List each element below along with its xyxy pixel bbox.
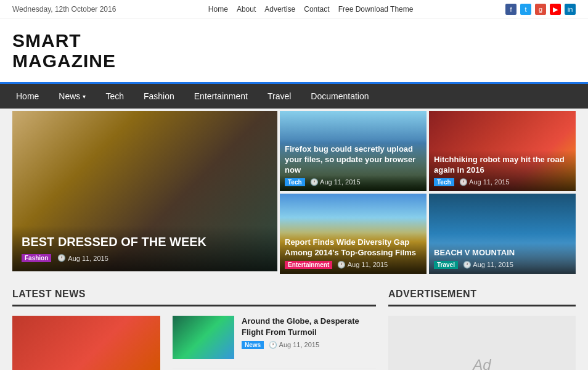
- google-plus-icon[interactable]: g: [535, 4, 546, 15]
- side-article-2[interactable]: Report Finds Wide Diversity Gap Among 20…: [280, 194, 427, 274]
- side-article-0-overlay: Firefox bug could secretly upload your f…: [280, 139, 427, 191]
- linkedin-icon[interactable]: in: [565, 4, 576, 15]
- side-article-0-date: 🕐 Aug 11, 2015: [310, 178, 361, 186]
- latest-news-articles: Around the Globe, a Desperate Flight Fro…: [173, 316, 376, 370]
- side-article-1-badge: Tech: [434, 178, 454, 186]
- side-article-3-overlay: BEACH V MOUNTAIN Travel 🕐 Aug 11, 2015: [429, 243, 576, 274]
- nav-item-travel[interactable]: Travel: [258, 84, 301, 109]
- topbar-nav: Home About Advertise Contact Free Downlo…: [208, 5, 414, 14]
- advertisement-section: ADVERTISEMENT Ad: [388, 289, 576, 370]
- latest-news-section: LATEST NEWS Around the Globe, a Desperat…: [12, 289, 376, 370]
- side-article-2-overlay: Report Finds Wide Diversity Gap Among 20…: [280, 232, 427, 274]
- side-article-1-meta: Tech 🕐 Aug 11, 2015: [434, 178, 571, 186]
- news-article-0-meta: News 🕐 Aug 11, 2015: [242, 341, 376, 349]
- clock-icon: 🕐: [57, 254, 66, 262]
- nav-item-news[interactable]: News ▾: [49, 84, 96, 109]
- side-article-2-badge: Entertainment: [285, 261, 332, 269]
- side-article-1-date: 🕐 Aug 11, 2015: [459, 178, 510, 186]
- hero-section: BEST DRESSED OF THE WEEK Fashion 🕐 Aug 1…: [0, 109, 588, 276]
- nav-item-tech[interactable]: Tech: [96, 84, 134, 109]
- facebook-icon[interactable]: f: [505, 4, 517, 15]
- hero-main-date: 🕐 Aug 11, 2015: [57, 254, 108, 262]
- logo-line1: SMART: [12, 30, 576, 51]
- bottom-section: LATEST NEWS Around the Globe, a Desperat…: [0, 276, 588, 370]
- side-article-3-meta: Travel 🕐 Aug 11, 2015: [434, 261, 571, 269]
- logo-line2: MAGAZINE: [12, 51, 576, 71]
- hero-main-title: BEST DRESSED OF THE WEEK: [22, 235, 268, 249]
- logo: SMART MAGAZINE: [12, 30, 576, 71]
- topbar-nav-download[interactable]: Free Download Theme: [338, 5, 414, 14]
- latest-news-main-image: [12, 316, 160, 370]
- nav-item-documentation[interactable]: Documentation: [301, 84, 378, 109]
- ad-label: Ad: [473, 356, 491, 370]
- news-article-0-badge: News: [242, 341, 264, 349]
- topbar-nav-about[interactable]: About: [237, 5, 256, 14]
- topbar-social: f t g ▶ in: [505, 4, 576, 15]
- side-article-0[interactable]: Firefox bug could secretly upload your f…: [280, 111, 427, 191]
- hero-main-meta: Fashion 🕐 Aug 11, 2015: [22, 254, 268, 262]
- latest-news-grid: Around the Globe, a Desperate Flight Fro…: [12, 316, 376, 370]
- topbar-date: Wednesday, 12th October 2016: [12, 5, 116, 14]
- news-article-0-content: Around the Globe, a Desperate Flight Fro…: [242, 316, 376, 359]
- side-article-2-meta: Entertainment 🕐 Aug 11, 2015: [285, 261, 422, 269]
- latest-news-title: LATEST NEWS: [12, 289, 376, 306]
- side-article-3-date: 🕐 Aug 11, 2015: [463, 261, 513, 269]
- side-article-3-title: BEACH V MOUNTAIN: [434, 248, 571, 258]
- side-article-0-title: Firefox bug could secretly upload your f…: [285, 144, 422, 176]
- side-article-0-meta: Tech 🕐 Aug 11, 2015: [285, 178, 422, 186]
- hero-main-badge: Fashion: [22, 254, 51, 262]
- side-article-1[interactable]: Hitchhiking robot may hit the road again…: [429, 111, 576, 191]
- nav-item-fashion[interactable]: Fashion: [134, 84, 184, 109]
- hero-main-article[interactable]: BEST DRESSED OF THE WEEK Fashion 🕐 Aug 1…: [12, 111, 277, 271]
- news-article-0-title: Around the Globe, a Desperate Flight Fro…: [242, 316, 376, 338]
- news-dropdown-arrow: ▾: [83, 93, 86, 100]
- hero-main-overlay: BEST DRESSED OF THE WEEK Fashion 🕐 Aug 1…: [12, 226, 277, 271]
- topbar-nav-contact[interactable]: Contact: [304, 5, 329, 14]
- topbar-nav-home[interactable]: Home: [208, 5, 228, 14]
- advertisement-title: ADVERTISEMENT: [388, 289, 576, 306]
- news-article-0-date: 🕐 Aug 11, 2015: [269, 341, 319, 349]
- nav-item-entertainment[interactable]: Entertainment: [184, 84, 258, 109]
- side-article-2-date: 🕐 Aug 11, 2015: [337, 261, 388, 269]
- side-article-0-badge: Tech: [285, 178, 305, 186]
- news-article-0-image: [173, 316, 234, 359]
- news-article-item-0[interactable]: Around the Globe, a Desperate Flight Fro…: [173, 316, 376, 369]
- nav-item-home[interactable]: Home: [6, 84, 49, 109]
- header: SMART MAGAZINE: [0, 19, 588, 82]
- side-article-2-title: Report Finds Wide Diversity Gap Among 20…: [285, 237, 422, 258]
- twitter-icon[interactable]: t: [520, 4, 531, 15]
- main-nav: Home News ▾ Tech Fashion Entertainment T…: [0, 82, 588, 109]
- youtube-icon[interactable]: ▶: [550, 4, 561, 15]
- ad-box: Ad: [388, 316, 576, 370]
- topbar: Wednesday, 12th October 2016 Home About …: [0, 0, 588, 19]
- news-article-0-thumb: [173, 316, 234, 359]
- side-article-1-title: Hitchhiking robot may hit the road again…: [434, 155, 571, 176]
- side-article-3[interactable]: BEACH V MOUNTAIN Travel 🕐 Aug 11, 2015: [429, 194, 576, 274]
- topbar-nav-advertise[interactable]: Advertise: [264, 5, 295, 14]
- side-article-1-overlay: Hitchhiking robot may hit the road again…: [429, 150, 576, 191]
- hero-side-grid: Firefox bug could secretly upload your f…: [280, 111, 576, 274]
- side-article-3-badge: Travel: [434, 261, 458, 269]
